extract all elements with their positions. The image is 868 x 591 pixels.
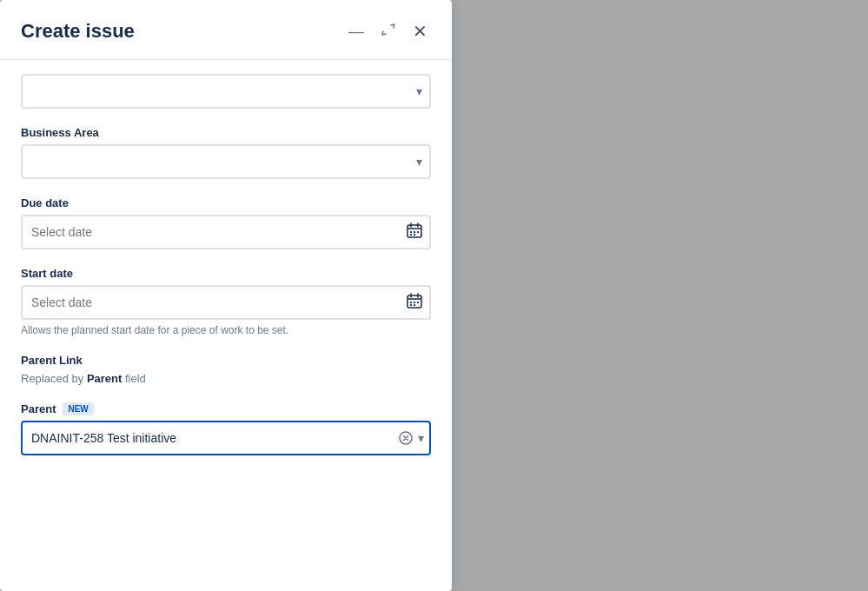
due-date-section: Due date xyxy=(21,196,431,249)
start-date-label: Start date xyxy=(21,267,431,280)
modal-header: Create issue — ✕ xyxy=(0,0,452,60)
start-date-hint: Allows the planned start date for a piec… xyxy=(21,324,431,336)
modal-body: ▾ Business Area ▾ Due date xyxy=(0,60,452,591)
replaced-bold: Parent xyxy=(87,372,122,385)
business-area-section: Business Area ▾ xyxy=(21,126,431,179)
parent-link-section: Parent Link Replaced by Parent field xyxy=(21,354,431,385)
start-date-input[interactable] xyxy=(21,285,431,320)
parent-section: Parent NEW ▾ xyxy=(21,402,431,455)
modal-title: Create issue xyxy=(21,20,135,43)
due-date-input[interactable] xyxy=(21,215,431,249)
start-date-section: Start date xyxy=(21,267,431,336)
modal-overlay: Create issue — ✕ xyxy=(0,0,868,591)
unnamed-select[interactable] xyxy=(21,74,431,109)
header-actions: — ✕ xyxy=(345,17,431,45)
parent-input[interactable] xyxy=(21,421,431,455)
unnamed-select-section: ▾ xyxy=(21,74,431,109)
parent-new-badge: NEW xyxy=(63,402,93,415)
parent-input-wrapper: ▾ xyxy=(21,421,431,455)
start-date-input-wrapper xyxy=(21,285,431,320)
close-icon: ✕ xyxy=(413,21,427,42)
expand-button[interactable] xyxy=(378,19,399,44)
create-issue-modal: Create issue — ✕ xyxy=(0,0,452,591)
parent-link-replaced-text: Replaced by Parent field xyxy=(21,372,431,385)
parent-label-row: Parent NEW xyxy=(21,402,431,415)
expand-icon xyxy=(381,23,395,41)
parent-link-label: Parent Link xyxy=(21,354,431,367)
due-date-label: Due date xyxy=(21,196,431,209)
parent-clear-icon[interactable] xyxy=(399,431,413,445)
parent-dropdown-icon[interactable]: ▾ xyxy=(418,431,424,445)
business-area-select-wrapper: ▾ xyxy=(21,144,431,179)
business-area-select[interactable] xyxy=(21,144,431,179)
replaced-suffix: field xyxy=(122,372,145,385)
unnamed-select-wrapper: ▾ xyxy=(21,74,431,109)
close-button[interactable]: ✕ xyxy=(409,17,431,45)
replaced-prefix: Replaced by xyxy=(21,372,87,385)
parent-input-icons: ▾ xyxy=(399,431,424,445)
business-area-label: Business Area xyxy=(21,126,431,139)
due-date-input-wrapper xyxy=(21,215,431,249)
minimize-icon: — xyxy=(348,23,364,41)
minimize-button[interactable]: — xyxy=(345,19,368,44)
parent-label: Parent xyxy=(21,402,56,415)
